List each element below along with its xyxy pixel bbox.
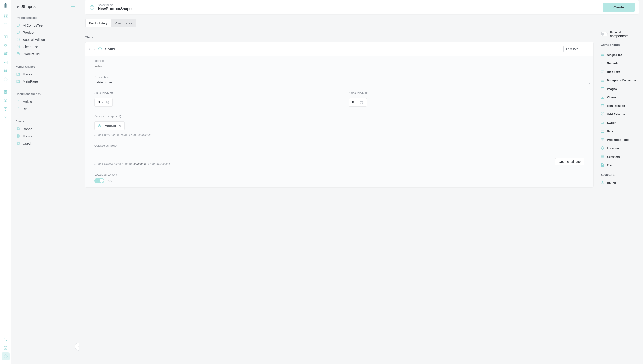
expand-components-toggle[interactable] bbox=[600, 32, 608, 36]
component-date[interactable]: Date bbox=[600, 127, 638, 136]
tab-product-story[interactable]: Product story bbox=[86, 20, 111, 27]
skus-minmax-input[interactable]: 0 - 75 bbox=[94, 98, 113, 106]
comp-label: Grid Relation bbox=[607, 113, 625, 116]
svg-rect-2 bbox=[4, 16, 5, 18]
collapse-sidebar-button[interactable] bbox=[75, 342, 79, 350]
rail-chart-icon[interactable] bbox=[2, 105, 10, 113]
items-minmax-input[interactable]: 0 - 75 bbox=[349, 98, 367, 106]
rail-user-icon[interactable] bbox=[2, 113, 10, 121]
sidebar-item[interactable]: Used bbox=[15, 140, 76, 147]
rail-pipeline-icon[interactable] bbox=[2, 42, 10, 50]
switch-icon bbox=[600, 121, 605, 125]
more-icon[interactable]: ⋮ bbox=[584, 46, 589, 52]
sidebar-item[interactable]: Banner bbox=[15, 125, 76, 132]
sidebar-title: Shapes bbox=[22, 4, 69, 9]
component-file[interactable]: File bbox=[600, 161, 638, 169]
component-single-line[interactable]: Single Line bbox=[600, 51, 638, 59]
sidebar-item[interactable]: MainPage bbox=[15, 78, 76, 85]
skus-label: Skus Min/Max bbox=[94, 91, 330, 94]
component-switch[interactable]: Switch bbox=[600, 118, 638, 127]
svg-rect-0 bbox=[4, 14, 5, 16]
component-grid-relation[interactable]: Grid Relation bbox=[600, 110, 638, 118]
svg-rect-1 bbox=[6, 14, 7, 16]
svg-rect-11 bbox=[4, 54, 5, 54]
sidebar-item[interactable]: Special Edition bbox=[15, 36, 76, 43]
sidebar-item-label: Special Edition bbox=[23, 38, 45, 42]
rail-book-icon[interactable] bbox=[2, 33, 10, 41]
open-catalogue-button[interactable]: Open catalogue bbox=[555, 158, 584, 166]
svg-text:AZ: AZ bbox=[5, 347, 7, 349]
piece-icon bbox=[16, 141, 20, 145]
add-shape-icon[interactable] bbox=[71, 4, 76, 9]
catalogue-link[interactable]: catalogue bbox=[133, 162, 146, 166]
skus-max-ph: 75 bbox=[105, 100, 109, 104]
svg-rect-13 bbox=[4, 61, 7, 64]
component-item-relation[interactable]: Item Relation bbox=[600, 102, 638, 110]
comp-label: Selection bbox=[607, 155, 620, 158]
component-properties-table[interactable]: Properties Table bbox=[600, 136, 638, 144]
piece-icon bbox=[16, 127, 20, 131]
component-selection[interactable]: Selection bbox=[600, 152, 638, 161]
rail-grid-icon[interactable] bbox=[2, 50, 10, 58]
back-arrow-icon[interactable] bbox=[15, 4, 20, 9]
sidebar-item[interactable]: Article bbox=[15, 98, 76, 105]
sidebar-item[interactable]: Clearance bbox=[15, 43, 76, 50]
items-max-ph: 75 bbox=[360, 100, 364, 104]
description-value[interactable]: Related sofas bbox=[94, 80, 584, 84]
rail-search-icon[interactable] bbox=[2, 336, 10, 344]
rail-translate-icon[interactable]: AZ bbox=[2, 344, 10, 352]
drag-handle-icon[interactable]: ⁝⁝ bbox=[89, 48, 90, 50]
sidebar-item[interactable]: Folder bbox=[15, 70, 76, 78]
sidebar-item[interactable]: ProductFile bbox=[15, 50, 76, 57]
rail-settings-icon[interactable] bbox=[2, 352, 10, 360]
create-button[interactable]: Create bbox=[602, 3, 634, 12]
svg-rect-33 bbox=[18, 128, 19, 130]
sidebar-item[interactable]: Bio bbox=[15, 105, 76, 112]
rail-users-icon[interactable] bbox=[2, 67, 10, 75]
sidebar-item[interactable]: Footer bbox=[15, 132, 76, 140]
component-numeric[interactable]: 42Numeric bbox=[600, 59, 638, 68]
remove-chip-icon[interactable]: ✕ bbox=[119, 124, 121, 128]
component-chunk[interactable]: Chunk bbox=[600, 179, 638, 187]
svg-rect-38 bbox=[601, 54, 604, 56]
sidebar-item[interactable]: AllCompsTest bbox=[15, 22, 76, 29]
section-title-product: Product shapes bbox=[16, 16, 76, 20]
component-videos[interactable]: Videos bbox=[600, 93, 638, 102]
collapse-icon[interactable]: ▲ bbox=[93, 48, 95, 50]
accepted-hint: Drag & drop shapes here to add restricti… bbox=[94, 133, 584, 136]
svg-rect-44 bbox=[601, 81, 604, 82]
location-icon bbox=[600, 146, 605, 150]
date-icon bbox=[600, 129, 605, 133]
localized-button[interactable]: Localized bbox=[563, 46, 581, 52]
svg-point-59 bbox=[602, 147, 603, 148]
resize-handle-icon[interactable]: ◢ bbox=[588, 82, 590, 84]
document-icon bbox=[16, 106, 20, 111]
rail-catalogue-icon[interactable] bbox=[2, 12, 10, 20]
rail-clipboard-icon[interactable] bbox=[2, 88, 10, 96]
images-icon bbox=[600, 87, 605, 91]
rail-cube-icon[interactable] bbox=[2, 96, 10, 104]
svg-point-25 bbox=[4, 338, 6, 340]
description-label: Description bbox=[94, 76, 584, 79]
rail-orders-icon[interactable] bbox=[2, 20, 10, 28]
single-line-icon bbox=[600, 53, 605, 57]
product-shape-icon bbox=[89, 4, 95, 10]
rail-webhooks-icon[interactable] bbox=[2, 76, 10, 84]
component-images[interactable]: Images bbox=[600, 84, 638, 93]
numeric-icon: 42 bbox=[600, 61, 605, 65]
component-paragraph[interactable]: Paragraph Collection bbox=[600, 76, 638, 84]
card-title-input[interactable] bbox=[105, 47, 561, 51]
identifier-value[interactable]: sofas bbox=[94, 64, 584, 68]
component-location[interactable]: Location bbox=[600, 144, 638, 152]
logo-icon[interactable] bbox=[3, 3, 9, 8]
localized-toggle[interactable] bbox=[94, 178, 104, 183]
rail-image-icon[interactable] bbox=[2, 58, 10, 66]
structural-title: Structural bbox=[600, 173, 638, 176]
svg-rect-9 bbox=[5, 52, 6, 53]
dash: - bbox=[356, 100, 358, 104]
shape-name-value[interactable]: NewProductShape bbox=[98, 7, 599, 11]
component-rich-text[interactable]: Rich Text bbox=[600, 68, 638, 76]
sidebar-item[interactable]: Product bbox=[15, 29, 76, 36]
tab-variant-story[interactable]: Variant story bbox=[111, 20, 136, 27]
sidebar-item-label: Folder bbox=[23, 72, 32, 76]
